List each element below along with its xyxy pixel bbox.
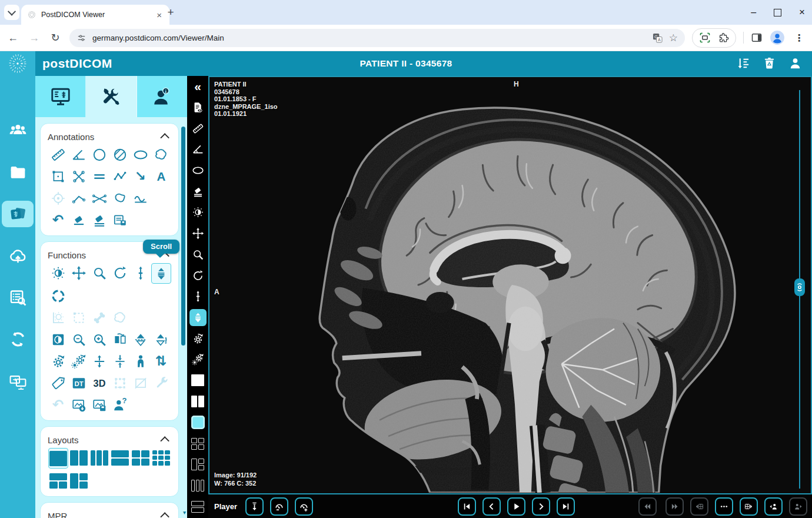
layout-1x3-button[interactable]	[90, 448, 109, 467]
tool-polyline[interactable]	[111, 167, 129, 186]
tool-freehand-region[interactable]	[111, 188, 129, 208]
toolbar-scroll[interactable]	[187, 307, 208, 328]
more-options-button[interactable]	[715, 497, 733, 516]
collapse-panel-button[interactable]: «	[187, 76, 208, 97]
nav-worklist[interactable]	[2, 284, 34, 311]
toolbar-layout-1x3[interactable]	[187, 475, 208, 496]
tool-sort-stack[interactable]: ⇅	[152, 351, 171, 371]
panel-scrollbar[interactable]: ▾	[181, 121, 186, 516]
tool-pan[interactable]	[69, 263, 88, 283]
toolbar-erase-all[interactable]	[187, 181, 208, 202]
tool-probe[interactable]	[49, 188, 68, 208]
screen-capture-icon[interactable]	[699, 32, 711, 44]
profile-avatar[interactable]	[770, 30, 785, 45]
tool-window-level[interactable]	[49, 263, 68, 283]
layout-2x1-button[interactable]	[111, 448, 129, 467]
layout-1x1-button[interactable]	[48, 448, 68, 469]
tool-rotate[interactable]	[111, 263, 129, 283]
toolbar-ruler[interactable]	[187, 118, 208, 139]
nav-folders[interactable]	[2, 159, 34, 185]
tool-save-annotations[interactable]	[111, 210, 129, 230]
reload-button[interactable]: ↻	[48, 31, 62, 44]
toolbar-magnify[interactable]	[187, 244, 208, 265]
translate-icon[interactable]: GA	[652, 32, 663, 44]
layout-2x2-button[interactable]	[131, 448, 150, 467]
tool-arrow[interactable]: ↘	[131, 167, 150, 186]
collapse-chevron-icon[interactable]	[160, 436, 169, 446]
tool-spline[interactable]	[131, 188, 150, 208]
tool-tag[interactable]	[49, 373, 68, 393]
toolbar-ellipse[interactable]	[187, 160, 208, 181]
collapse-chevron-icon[interactable]	[160, 133, 169, 142]
address-bar[interactable]: germany.postdicom.com/Viewer/Main GA ☆	[69, 29, 685, 47]
toolbar-layout-1x2[interactable]	[187, 391, 208, 412]
tool-query-patient[interactable]	[111, 395, 129, 414]
tool-fit-vertical[interactable]	[90, 351, 109, 371]
tool-repair[interactable]	[152, 373, 171, 393]
nav-patients[interactable]	[2, 117, 34, 144]
layout-1-2-vertical-button[interactable]	[69, 471, 88, 490]
image-scroll-slider[interactable]	[794, 90, 805, 489]
collapse-chevron-icon[interactable]	[160, 512, 169, 518]
tool-circle[interactable]	[90, 145, 109, 164]
next-layout-button[interactable]	[740, 497, 758, 516]
tool-histogram-level[interactable]	[49, 308, 68, 327]
tool-filled-ellipse[interactable]	[111, 145, 129, 164]
previous-layout-button[interactable]	[690, 497, 708, 516]
toolbar-rotate[interactable]	[187, 265, 208, 286]
toolbar-layout-1x1[interactable]	[187, 370, 208, 391]
nav-upload[interactable]	[2, 243, 34, 269]
extensions-icon[interactable]	[718, 32, 729, 44]
nav-viewer[interactable]	[2, 201, 34, 227]
tab-viewer-tools[interactable]	[35, 76, 86, 117]
tool-flip-vertical[interactable]	[131, 330, 150, 349]
last-image-button[interactable]	[557, 497, 575, 516]
sort-series-button[interactable]	[737, 57, 751, 71]
current-layout-indicator[interactable]	[187, 412, 208, 433]
new-tab-button[interactable]: +	[164, 5, 178, 19]
scrollbar-down-arrow[interactable]: ▾	[183, 510, 186, 516]
tool-reset[interactable]	[49, 351, 68, 371]
tab-patient-info[interactable]	[137, 76, 187, 117]
tool-stretch[interactable]	[131, 263, 150, 283]
tool-ellipse[interactable]	[131, 145, 150, 164]
nav-sync[interactable]	[2, 326, 34, 353]
next-image-button[interactable]	[532, 497, 550, 516]
window-maximize-button[interactable]	[774, 9, 781, 16]
play-button[interactable]	[507, 497, 525, 516]
back-button[interactable]: ←	[6, 32, 20, 44]
image-viewport[interactable]: PATIENT II034567801.01.1853 - Fdzne_MPRA…	[208, 76, 812, 494]
tool-cross-measure[interactable]	[69, 167, 88, 186]
window-close-button[interactable]: ×	[799, 6, 805, 18]
side-panel-icon[interactable]	[751, 32, 763, 44]
toolbar-reset-level[interactable]	[187, 349, 208, 370]
tool-zoom-in[interactable]	[90, 330, 109, 349]
tool-angle[interactable]	[69, 145, 88, 164]
layout-1-2-button[interactable]	[49, 471, 68, 490]
slider-thumb[interactable]	[794, 278, 805, 296]
tool-flip-rotate[interactable]	[152, 330, 171, 349]
toolbar-layout-1-2[interactable]	[187, 454, 208, 475]
layout-3x3-button[interactable]	[152, 448, 171, 467]
tool-freehand[interactable]	[152, 145, 171, 164]
tool-shrink-vertical[interactable]	[111, 351, 129, 371]
auto-scroll-button[interactable]	[245, 497, 264, 516]
tool-magnify[interactable]	[90, 263, 109, 283]
toolbar-angle[interactable]	[187, 139, 208, 160]
tool-bone[interactable]	[90, 308, 109, 327]
forward-button[interactable]: →	[27, 32, 41, 44]
speed-down-button[interactable]	[270, 497, 288, 516]
tool-localizer[interactable]	[49, 286, 68, 306]
first-image-button[interactable]	[458, 497, 476, 516]
tool-clear-area[interactable]	[131, 373, 150, 393]
browser-menu-button[interactable]: ⋮	[792, 32, 806, 44]
next-series-button[interactable]	[665, 497, 684, 516]
tool-export-image[interactable]	[69, 395, 88, 414]
tool-select-handles[interactable]	[111, 373, 129, 393]
browser-tab[interactable]: PostDICOM Viewer ×	[21, 5, 169, 25]
tool-invert[interactable]	[49, 330, 68, 349]
tool-undo-action[interactable]: ↶	[49, 395, 68, 414]
tab-close-button[interactable]: ×	[155, 10, 164, 20]
tool-erase-all[interactable]	[90, 210, 109, 230]
tool-zoom-out[interactable]	[69, 330, 88, 349]
